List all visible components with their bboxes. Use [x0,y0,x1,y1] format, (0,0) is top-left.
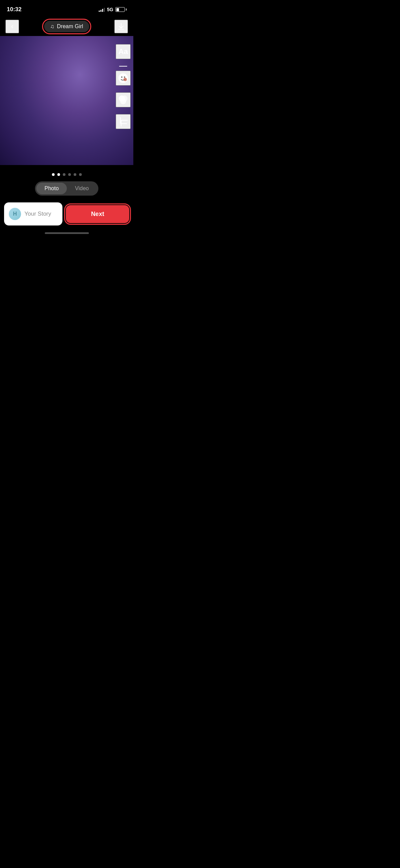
bottom-section: Photo Video H Your Story Next [0,165,133,235]
signal-bar-1 [99,11,100,12]
svg-point-2 [124,76,125,78]
next-button[interactable]: Next [66,205,129,223]
status-right: 5G 39 [99,7,127,12]
page-dots [0,165,133,181]
dot-6 [79,173,82,176]
network-type: 5G [107,7,113,12]
toolbar-divider [119,66,127,67]
bottom-actions: H Your Story Next [0,202,133,225]
signal-bar-3 [102,9,103,12]
back-button[interactable]: ‹ [5,20,19,33]
face-tool-button[interactable] [116,71,131,86]
text-tool-button[interactable]: Aa [116,44,131,59]
battery-text: 39 [116,8,125,11]
svg-point-0 [118,73,128,83]
text-tool-label: Aa [118,47,128,56]
dot-1 [52,173,55,176]
battery-body: 39 [115,7,125,12]
dot-2 [57,173,60,176]
crop-tool-button[interactable] [116,114,131,129]
your-story-button[interactable]: H Your Story [4,202,62,225]
video-label: Video [75,185,89,191]
status-time: 10:32 [7,6,21,13]
status-bar: 10:32 5G 39 [0,0,133,17]
side-toolbar: Aa [116,44,131,129]
story-avatar: H [9,208,21,220]
face-tool-icon [118,73,129,84]
next-button-label: Next [91,211,104,218]
music-pill-wrapper: ♫ Dream Girl [19,21,114,32]
music-pill[interactable]: ♫ Dream Girl [44,21,89,32]
signal-bar-4 [104,8,105,12]
crop-tool-icon [118,117,128,126]
signal-bars [99,7,105,12]
toggle-pill: Photo Video [35,181,98,196]
your-story-label: Your Story [24,211,51,217]
color-tool-icon [118,94,129,105]
download-button[interactable] [114,20,128,33]
svg-point-6 [120,98,126,104]
color-tool-button[interactable] [116,92,131,107]
dot-5 [74,173,76,176]
svg-point-1 [121,76,122,78]
dot-3 [63,173,65,176]
video-option[interactable]: Video [67,183,97,194]
main-image [0,36,133,165]
signal-bar-2 [100,10,101,12]
media-type-toggle: Photo Video [0,181,133,196]
svg-point-3 [123,78,127,81]
dot-4 [68,173,71,176]
battery-indicator: 39 [115,7,127,12]
home-indicator [0,230,133,235]
avatar-letter: H [13,211,17,217]
music-title: Dream Girl [57,23,83,30]
top-toolbar: ‹ ♫ Dream Girl [0,17,133,36]
home-bar [45,232,89,234]
music-note-icon: ♫ [50,23,54,30]
photo-label: Photo [44,185,59,191]
download-icon [117,22,125,31]
battery-tip [126,8,127,11]
photo-option[interactable]: Photo [36,183,67,194]
